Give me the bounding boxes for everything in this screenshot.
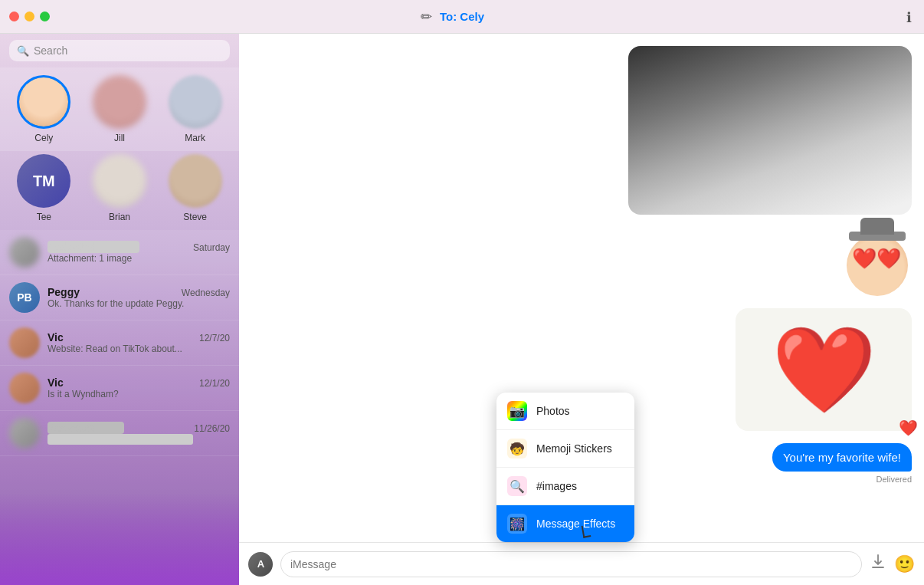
popup-item-photos[interactable]: 📷 Photos [496,393,634,430]
popup-label-photos: Photos [536,405,570,417]
photos-icon: 📷 [507,401,527,421]
pinned-contact-jill[interactable]: Jill [93,75,146,143]
chat-image-top [628,46,912,215]
popup-item-memoji[interactable]: 🧒 Memoji Stickers [496,430,634,468]
msg-time: Saturday [193,242,230,253]
avatar [9,373,40,403]
heart-emoji: ❤️ [772,327,876,412]
avatar-tee: TM [17,154,70,208]
msg-time: 12/1/20 [199,378,230,389]
close-button[interactable] [9,12,19,21]
message-list: Redacted Saturday Attachment: 1 image PB… [0,230,239,585]
list-item[interactable]: PB Peggy Wednesday Ok. Thanks for the up… [0,275,239,320]
recipient-header: To: Cely [440,10,484,23]
msg-name: Redacted [48,241,139,253]
chat-area: ❤️❤️ ❤️ ❤️ You're my favorite wife! Deli… [239,34,924,585]
list-item[interactable]: Vic 12/7/20 Website: Read on TikTok abou… [0,320,239,366]
chat-image-inner [628,46,912,215]
msg-content: Vic 12/7/20 Website: Read on TikTok abou… [48,331,230,354]
msg-preview: Attachment: 1 image [48,253,230,264]
message-input[interactable] [280,551,862,577]
pinned-contact-steve[interactable]: Steve [169,154,222,222]
avatar-mark [169,75,222,129]
avatar-steve [169,154,222,208]
msg-header: Peggy Wednesday [48,286,230,298]
input-area: A 🙂 [239,542,924,585]
pinned-contact-cely[interactable]: Cely [17,75,70,143]
maximize-button[interactable] [40,12,50,21]
pinned-label-jill: Jill [114,133,125,143]
msg-header: Vic 12/7/20 [48,331,230,343]
minimize-button[interactable] [25,12,34,21]
search-bar[interactable]: 🔍 [9,40,230,61]
msg-time: 11/26/20 [194,423,230,434]
bubble-sent: You're my favorite wife! [772,443,912,472]
memoji-icon: 🧒 [507,439,527,458]
app-icon-label: A [257,558,264,570]
popup-label-effects: Message Effects [536,518,615,530]
pinned-label-mark: Mark [185,133,205,143]
msg-name: Vic [48,376,64,389]
msg-name: Vic [48,331,64,343]
pinned-label-brian: Brian [109,212,130,222]
pinned-label-tee: Tee [37,212,51,222]
delivered-label: Delivered [876,475,912,484]
msg-time: Wednesday [182,288,230,298]
sidebar: 🔍 Cely Jill Mark TM Tee [0,34,239,585]
search-icon: 🔍 [17,45,29,57]
emoji-button[interactable]: 🙂 [894,554,915,574]
title-bar: ✏ To: Cely ℹ [0,0,924,34]
pinned-contact-brian[interactable]: Brian [93,154,146,222]
avatar: PB [9,282,40,313]
msg-header: Redacted Saturday [48,241,230,253]
popup-item-images[interactable]: 🔍 #images [496,468,634,505]
msg-content: Vic 12/1/20 Is it a Wyndham? [48,376,230,399]
list-item[interactable]: Vic 12/1/20 Is it a Wyndham? [0,366,239,411]
avatar-jill [93,75,146,129]
popup-label-images: #images [536,480,577,492]
traffic-lights [9,12,50,21]
popup-menu: 📷 Photos 🧒 Memoji Stickers 🔍 #images 🎆 M… [496,393,634,542]
heart-reaction: ❤️ [899,419,918,437]
avatar [9,327,40,358]
msg-content: Redacted 11/26/20 ... [48,422,230,445]
msg-time: 12/7/20 [199,333,230,343]
popup-label-memoji: Memoji Stickers [536,442,612,455]
list-item[interactable]: Redacted Saturday Attachment: 1 image [0,230,239,275]
msg-header: Redacted 11/26/20 [48,422,230,434]
info-button[interactable]: ℹ [906,9,912,26]
pinned-label-cely: Cely [34,133,53,143]
compose-button[interactable]: ✏ [421,8,432,25]
heart-message: ❤️ ❤️ [736,308,912,431]
msg-preview: Website: Read on TikTok about... [48,343,230,354]
msg-preview: Is it a Wyndham? [48,389,230,399]
recipient-name: Cely [460,10,484,23]
emoji-sticker: ❤️❤️ [843,227,912,296]
msg-header: Vic 12/1/20 [48,376,230,389]
msg-name: Redacted [48,422,124,434]
pinned-contact-mark[interactable]: Mark [169,75,222,143]
msg-name: Peggy [48,286,80,298]
main-layout: 🔍 Cely Jill Mark TM Tee [0,34,924,585]
avatar-brian [93,154,146,208]
audio-button[interactable] [870,554,886,574]
search-input[interactable] [34,44,222,57]
pinned-contact-tee[interactable]: TM Tee [17,154,70,222]
images-icon: 🔍 [507,476,527,496]
avatar [9,237,40,268]
app-icon-button[interactable]: A [248,552,273,577]
msg-content: Peggy Wednesday Ok. Thanks for the updat… [48,286,230,309]
avatar [9,418,40,449]
pinned-label-steve: Steve [183,212,207,222]
msg-preview: ... [48,434,193,445]
to-label: To: [440,10,457,23]
pinned-row-1: Cely Jill Mark [0,67,239,151]
msg-content: Redacted Saturday Attachment: 1 image [48,241,230,264]
pinned-row-2: TM Tee Brian Steve [0,151,239,230]
avatar-cely [17,75,70,129]
msg-preview: Ok. Thanks for the update Peggy. [48,298,230,309]
list-item[interactable]: Redacted 11/26/20 ... [0,411,239,456]
popup-item-effects[interactable]: 🎆 Message Effects [496,505,634,542]
effects-icon: 🎆 [507,514,527,534]
